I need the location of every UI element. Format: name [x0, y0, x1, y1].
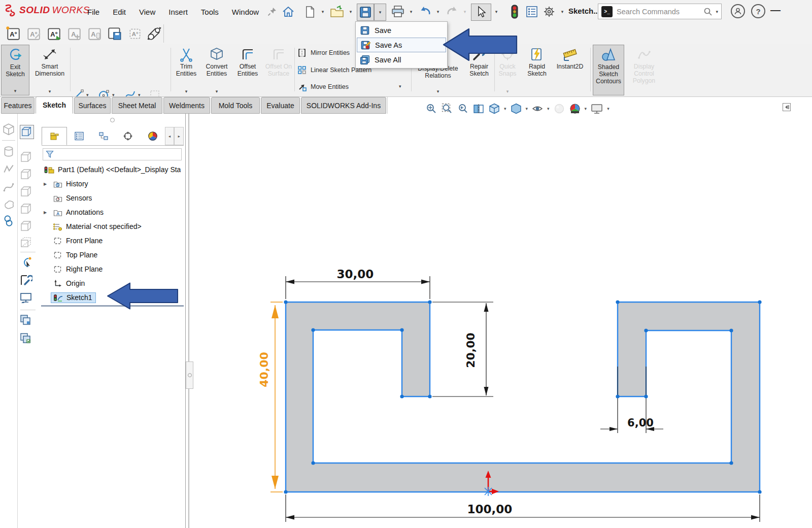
save-button[interactable]: [357, 4, 374, 21]
tab-evaluate[interactable]: Evaluate: [261, 97, 300, 114]
menu-item-save-all[interactable]: Save All: [357, 52, 446, 67]
tree-item-top-plane[interactable]: Top Plane: [40, 248, 185, 262]
trim-entities-button[interactable]: Trim Entities ▾: [173, 45, 200, 95]
account-button[interactable]: [731, 4, 745, 18]
menu-file[interactable]: File: [82, 6, 105, 18]
tab-weldments[interactable]: Weldments: [163, 97, 210, 114]
tree-item-front-plane[interactable]: Front Plane: [40, 234, 185, 248]
save-annotation-view-button[interactable]: [107, 25, 123, 42]
new-sketch-shortcut-button[interactable]: [19, 256, 32, 269]
section-view-icon[interactable]: [472, 103, 485, 115]
tree-item-right-plane[interactable]: Right Plane: [40, 262, 185, 276]
tab-solidworks-add-ins[interactable]: SOLIDWORKS Add-Ins: [301, 97, 386, 114]
open-button[interactable]: [329, 4, 345, 20]
print-button[interactable]: [390, 4, 406, 20]
dimension-100[interactable]: 100,00: [467, 503, 513, 516]
tab-surfaces[interactable]: Surfaces: [74, 97, 111, 114]
quick-snaps-dropdown[interactable]: ▾: [506, 89, 509, 95]
body-view-6-button[interactable]: [19, 236, 32, 249]
home-button[interactable]: [280, 4, 296, 20]
menu-item-save-as[interactable]: Save As: [357, 38, 446, 52]
add-annotation-button[interactable]: A: [66, 25, 82, 42]
search-scope-dropdown[interactable]: ▾: [716, 9, 718, 14]
view-settings-icon[interactable]: [590, 103, 603, 115]
search-icon[interactable]: [703, 7, 713, 16]
exit-sketch-dropdown[interactable]: ▾: [14, 88, 17, 95]
save-dropdown[interactable]: ▾: [374, 4, 386, 21]
apply-scene-icon[interactable]: [569, 103, 581, 115]
dimension-20[interactable]: 20,00: [464, 333, 477, 368]
annotation-properties-button[interactable]: A: [86, 25, 103, 42]
trim-entities-dropdown[interactable]: ▾: [185, 89, 188, 95]
sketch1-selection[interactable]: Sketch1: [51, 292, 96, 303]
body-view-5-button[interactable]: [19, 219, 32, 233]
sweep-path-icon[interactable]: [2, 162, 15, 176]
body-view-2-button[interactable]: [19, 168, 32, 181]
view-orientation-icon[interactable]: [488, 103, 500, 115]
print-dropdown[interactable]: ▾: [406, 4, 416, 20]
convert-entities-dropdown[interactable]: ▾: [216, 89, 218, 95]
tab-sketch[interactable]: Sketch: [36, 96, 73, 114]
dimension-6[interactable]: 6,00: [627, 417, 654, 429]
collapse-pane-button[interactable]: [782, 103, 791, 114]
properties-button[interactable]: [524, 4, 540, 20]
expander-icon[interactable]: ▶: [40, 210, 52, 215]
minimize-button[interactable]: —: [770, 4, 781, 16]
new-annotation-view-button[interactable]: A°: [5, 25, 21, 42]
copy-appearance-button[interactable]: [19, 314, 32, 327]
tree-item-material[interactable]: Material <not specified>: [40, 219, 185, 234]
zoom-to-area-icon[interactable]: [441, 103, 453, 115]
tab-sheet-metal[interactable]: Sheet Metal: [112, 97, 162, 114]
graphics-area[interactable]: 30,00 20,00 40,00 6,00 100,00: [192, 114, 812, 528]
hide-show-items-dropdown[interactable]: ▾: [547, 106, 550, 111]
menu-item-save[interactable]: Save: [357, 23, 446, 38]
body-view-4-button[interactable]: [19, 202, 32, 215]
offset-entities-button[interactable]: Offset Entities: [233, 45, 262, 95]
smart-dimension-button[interactable]: Smart Dimension ▾: [30, 45, 69, 95]
display-delete-relations-dropdown[interactable]: ▾: [437, 89, 439, 95]
expander-icon[interactable]: ▶: [40, 182, 52, 186]
mirror-entities-button[interactable]: Mirror Entities: [297, 48, 350, 58]
menu-window[interactable]: Window: [227, 6, 264, 18]
select-tool-button[interactable]: [471, 4, 491, 21]
tree-item-sensors[interactable]: Sensors: [40, 191, 185, 205]
fm-tab-scroll-left[interactable]: ◄: [165, 127, 175, 145]
offset-on-surface-button[interactable]: Offset On Surface: [264, 45, 293, 95]
open-dropdown[interactable]: ▾: [346, 4, 356, 20]
instant2d-button[interactable]: Instant2D: [553, 45, 587, 95]
fm-tab-scroll-right[interactable]: ►: [174, 127, 184, 145]
annotation-pattern-button[interactable]: A°: [127, 25, 143, 42]
panel-resize-handle[interactable]: [110, 118, 115, 122]
edit-annotation-view-button[interactable]: A°: [25, 25, 42, 42]
options-button[interactable]: [541, 4, 557, 20]
new-document-dropdown[interactable]: ▾: [318, 4, 328, 20]
redo-dropdown[interactable]: ▾: [460, 4, 470, 20]
belt-chain-button[interactable]: [146, 25, 162, 42]
tab-mold-tools[interactable]: Mold Tools: [211, 97, 260, 114]
display-preview-button[interactable]: [19, 291, 32, 305]
undo-button[interactable]: [417, 4, 433, 20]
tree-item-history[interactable]: ▶ History: [40, 177, 185, 191]
exit-sketch-button[interactable]: Exit Sketch ▾: [1, 45, 29, 95]
sketch-profile-region[interactable]: [286, 302, 760, 492]
menu-tools[interactable]: Tools: [196, 6, 224, 18]
tree-filter-bar[interactable]: [43, 148, 182, 160]
tab-property-manager[interactable]: [67, 127, 91, 145]
blob-shape-icon[interactable]: [2, 198, 15, 211]
new-document-button[interactable]: [301, 4, 318, 20]
shaded-sketch-contours-button[interactable]: Shaded Sketch Contours: [593, 45, 624, 95]
tab-dimxpert-manager[interactable]: [116, 127, 140, 145]
edit-feature-shortcut-button[interactable]: [19, 274, 32, 287]
convert-entities-button[interactable]: Convert Entities ▾: [202, 45, 231, 95]
undo-dropdown[interactable]: ▾: [433, 4, 443, 20]
smart-dimension-dropdown[interactable]: ▾: [49, 89, 51, 95]
tab-configuration-manager[interactable]: [91, 127, 116, 145]
dimension-30[interactable]: 30,00: [337, 268, 374, 281]
edit-appearance-icon[interactable]: [553, 103, 565, 115]
tab-features[interactable]: Features: [1, 97, 35, 114]
zoom-fit-icon[interactable]: [425, 103, 437, 115]
display-style-icon[interactable]: [510, 103, 522, 115]
redo-button[interactable]: [444, 4, 460, 20]
tab-display-manager[interactable]: [141, 127, 165, 145]
extrude-preview-icon[interactable]: [2, 123, 15, 136]
